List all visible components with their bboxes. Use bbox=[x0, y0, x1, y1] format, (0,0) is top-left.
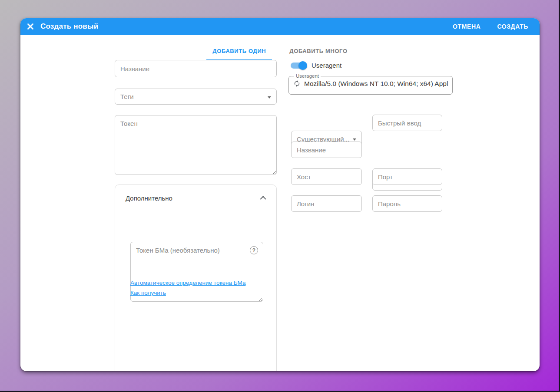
tags-select-input[interactable] bbox=[115, 89, 277, 105]
useragent-toggle[interactable]: Useragent bbox=[290, 62, 341, 69]
refresh-icon bbox=[293, 80, 301, 87]
help-icon[interactable]: ? bbox=[250, 246, 258, 254]
name-input[interactable] bbox=[115, 60, 277, 77]
create-button[interactable]: СОЗДАТЬ bbox=[495, 20, 530, 33]
port-input[interactable] bbox=[372, 168, 442, 185]
dialog-header: Создать новый ОТМЕНА СОЗДАТЬ bbox=[20, 18, 540, 35]
password-input[interactable] bbox=[372, 195, 442, 212]
login-input[interactable] bbox=[291, 195, 362, 212]
quick-entry-input[interactable] bbox=[372, 115, 442, 131]
chevron-up-icon bbox=[260, 196, 266, 202]
how-to-get-link[interactable]: Как получить bbox=[130, 290, 269, 296]
useragent-toggle-label: Useragent bbox=[311, 62, 341, 69]
useragent-field: Useragent Mozilla/5.0 (Windows NT 10.0; … bbox=[288, 74, 453, 95]
proxy-name-input[interactable] bbox=[291, 142, 362, 158]
refresh-useragent-button[interactable] bbox=[293, 80, 301, 87]
dialog-title: Создать новый bbox=[40, 22, 98, 31]
cancel-button[interactable]: ОТМЕНА bbox=[451, 20, 482, 33]
token-textarea[interactable] bbox=[115, 115, 277, 175]
tab-add-one[interactable]: ДОБАВИТЬ ОДИН bbox=[206, 43, 272, 60]
toggle-switch-icon[interactable] bbox=[291, 63, 305, 69]
tags-select[interactable] bbox=[115, 89, 277, 105]
create-new-dialog: Создать новый ОТМЕНА СОЗДАТЬ ДОБАВИТЬ ОД… bbox=[20, 18, 540, 371]
tab-add-many[interactable]: ДОБАВИТЬ МНОГО bbox=[283, 43, 353, 60]
advanced-panel: Дополнительно ? Автоматическое определен… bbox=[115, 184, 277, 371]
useragent-field-label: Useragent bbox=[294, 74, 321, 79]
advanced-panel-header[interactable]: Дополнительно bbox=[115, 185, 276, 210]
useragent-value[interactable]: Mozilla/5.0 (Windows NT 10.0; Win64; x64… bbox=[304, 80, 448, 88]
auto-detect-token-link[interactable]: Автоматическое определение токена БМа bbox=[130, 280, 269, 286]
close-button[interactable] bbox=[20, 23, 40, 30]
host-input[interactable] bbox=[291, 168, 362, 185]
tab-bar: ДОБАВИТЬ ОДИН ДОБАВИТЬ МНОГО bbox=[20, 43, 540, 60]
close-icon bbox=[27, 23, 34, 30]
advanced-panel-title: Дополнительно bbox=[126, 194, 172, 202]
